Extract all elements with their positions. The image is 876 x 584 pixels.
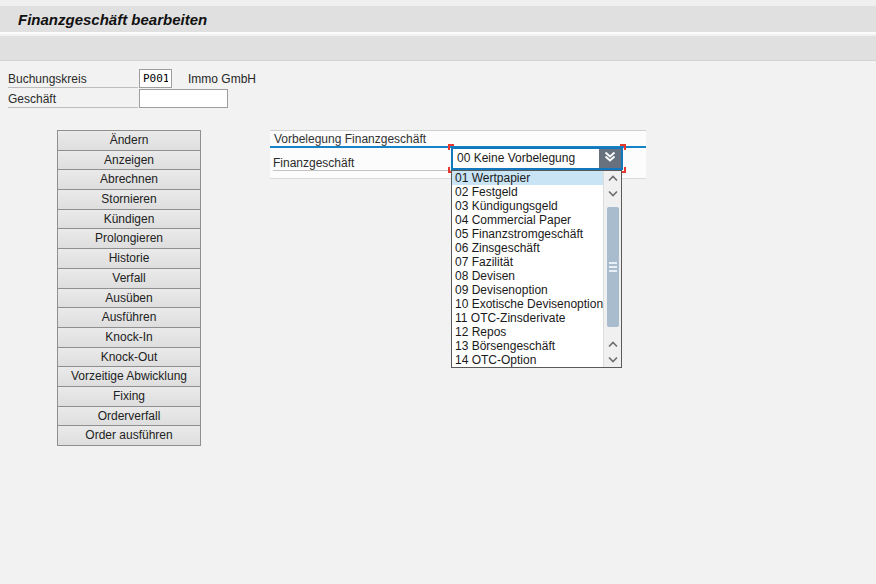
action-button-kuendigen[interactable]: Kündigen [57, 209, 201, 230]
dropdown-option[interactable]: 06 Zinsgeschäft [452, 241, 603, 255]
dropdown-button[interactable] [599, 149, 621, 168]
action-button-abrechnen[interactable]: Abrechnen [57, 169, 201, 190]
action-button-verfall[interactable]: Verfall [57, 268, 201, 289]
company-name-text: Immo GmbH [188, 70, 256, 88]
combo-field[interactable]: 00 Keine Vorbelegung [451, 147, 623, 170]
double-chevron-down-icon [603, 150, 617, 167]
geschaeft-input[interactable] [139, 89, 228, 108]
dropdown-option[interactable]: 02 Festgeld [452, 185, 603, 199]
dropdown-option[interactable]: 11 OTC-Zinsderivate [452, 311, 603, 325]
scrollbar-grip [609, 262, 617, 272]
action-button-orderverfall[interactable]: Orderverfall [57, 406, 201, 427]
combo-value-text: 00 Keine Vorbelegung [453, 149, 599, 168]
dropdown-option[interactable]: 05 Finanzstromgeschäft [452, 227, 603, 241]
scroll-down-button[interactable] [604, 186, 622, 201]
title-bar: Finanzgeschäft bearbeiten [0, 6, 876, 34]
action-button-prolongieren[interactable]: Prolongieren [57, 228, 201, 249]
buchungskreis-input[interactable] [139, 69, 172, 88]
geschaeft-label: Geschäft [8, 90, 138, 108]
dropdown-option[interactable]: 04 Commercial Paper [452, 213, 603, 227]
action-button-order-ausfuehren[interactable]: Order ausführen [57, 425, 201, 446]
chevron-up-icon [607, 172, 619, 186]
page-title: Finanzgeschäft bearbeiten [18, 11, 207, 28]
action-button-column: Ändern Anzeigen Abrechnen Stornieren Kün… [57, 130, 201, 446]
group-title: Vorbelegung Finanzgeschäft [270, 131, 646, 148]
dropdown-list: 01 Wertpapier 02 Festgeld 03 Kündigungsg… [451, 170, 622, 368]
dropdown-option[interactable]: 14 OTC-Option [452, 353, 603, 367]
toolbar [0, 36, 876, 61]
focus-corner-top-left [448, 144, 454, 150]
scroll-down-button-bottom[interactable] [604, 352, 622, 367]
dropdown-option[interactable]: 08 Devisen [452, 269, 603, 283]
action-button-ausueben[interactable]: Ausüben [57, 288, 201, 309]
dropdown-option[interactable]: 09 Devisenoption [452, 283, 603, 297]
action-button-ausfuehren[interactable]: Ausführen [57, 307, 201, 328]
action-button-stornieren[interactable]: Stornieren [57, 189, 201, 210]
chevron-down-icon [607, 187, 619, 201]
chevron-up-icon [607, 338, 619, 352]
action-button-knock-out[interactable]: Knock-Out [57, 347, 201, 368]
action-button-aendern[interactable]: Ändern [57, 130, 201, 151]
focus-corner-top-right [620, 144, 626, 150]
dropdown-option[interactable]: 07 Fazilität [452, 255, 603, 269]
chevron-down-icon [607, 353, 619, 367]
scroll-up-button[interactable] [604, 171, 622, 186]
dropdown-option[interactable]: 13 Börsengeschäft [452, 339, 603, 353]
dropdown-option[interactable]: 12 Repos [452, 325, 603, 339]
finanzgeschaeft-screen: { "window": { "title": "Finanzgeschäft b… [0, 0, 876, 584]
dropdown-option[interactable]: 03 Kündigungsgeld [452, 199, 603, 213]
action-button-vorzeitige-abwicklung[interactable]: Vorzeitige Abwicklung [57, 366, 201, 387]
action-button-knock-in[interactable]: Knock-In [57, 327, 201, 348]
finanzgeschaeft-combobox[interactable]: 00 Keine Vorbelegung [451, 147, 623, 170]
scroll-up-button-bottom[interactable] [604, 337, 622, 352]
action-button-fixing[interactable]: Fixing [57, 386, 201, 407]
dropdown-options: 01 Wertpapier 02 Festgeld 03 Kündigungsg… [452, 171, 603, 367]
buchungskreis-label: Buchungskreis [8, 70, 138, 88]
scrollbar-thumb[interactable] [607, 207, 619, 327]
action-button-anzeigen[interactable]: Anzeigen [57, 150, 201, 171]
dropdown-scrollbar[interactable] [603, 171, 621, 367]
scrollbar-track[interactable] [604, 201, 622, 337]
action-button-historie[interactable]: Historie [57, 248, 201, 269]
dropdown-option[interactable]: 10 Exotische Devisenoption [452, 297, 603, 311]
finanzgeschaeft-label: Finanzgeschäft [273, 155, 452, 171]
dropdown-option[interactable]: 01 Wertpapier [452, 171, 603, 185]
